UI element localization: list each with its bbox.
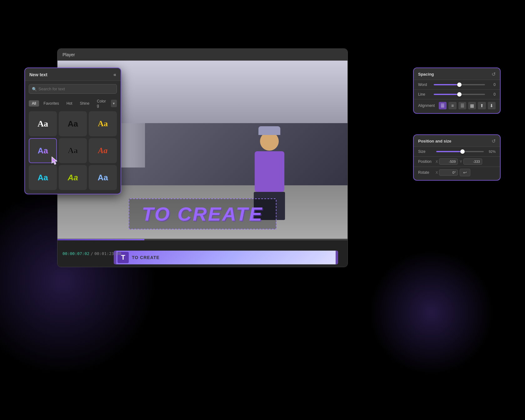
position-x-field: X <box>436 158 458 165</box>
rotate-arrow-icon: ↩ <box>463 170 467 175</box>
rotate-x-label: X <box>436 171 438 174</box>
line-spacing-row: Line 0 <box>414 90 500 99</box>
pos-x-label: X <box>436 160 438 163</box>
align-left-button[interactable]: ☰ <box>439 102 447 109</box>
line-label: Line <box>418 92 431 97</box>
timeline-bar <box>58 239 348 240</box>
size-row: Size 92% <box>414 147 500 156</box>
rotate-row: Rotate X ↩ <box>414 167 500 180</box>
search-bar: 🔍 <box>29 84 117 94</box>
text-style-label-2: Aa <box>68 119 78 129</box>
timeline-area: 00:00:07:02 / 00:01:23:00 T TO CREATE <box>58 239 348 267</box>
spacing-header: Spacing ↺ <box>414 68 500 80</box>
spacing-panel: Spacing ↺ Word 0 Line 0 Alignment ☰ ≡ ☰ … <box>413 68 501 114</box>
timecode-total: 00:01:23:00 <box>94 251 121 256</box>
position-xy-row: Position X Y <box>414 157 500 167</box>
position-size-panel: Position and size ↺ Size 92% Position X … <box>413 134 501 181</box>
text-style-label-5: Aa <box>68 146 78 155</box>
text-style-6[interactable]: Aa <box>89 138 117 163</box>
text-style-label-4: Aa <box>38 146 48 156</box>
text-style-label-7: Aa <box>38 173 48 182</box>
collapse-button[interactable]: « <box>113 72 116 78</box>
text-style-9[interactable]: Aa <box>89 165 117 190</box>
word-spacing-slider[interactable] <box>434 84 485 85</box>
position-y-field: Y <box>460 158 482 165</box>
text-style-label-8: Aa <box>68 173 78 182</box>
rotate-button[interactable]: ↩ <box>460 169 470 176</box>
new-text-title: New text <box>29 72 48 77</box>
spacing-reset-button[interactable]: ↺ <box>492 71 496 77</box>
text-style-3[interactable]: Aa <box>89 111 117 136</box>
clip-drag-right[interactable] <box>336 251 338 264</box>
text-style-label-1: Aa <box>38 119 48 129</box>
text-style-8[interactable]: Aa <box>59 165 87 190</box>
alignment-label: Alignment <box>418 103 437 108</box>
align-bottom-button[interactable]: ⬇ <box>488 102 496 109</box>
word-spacing-row: Word 0 <box>414 80 500 89</box>
text-style-label-9: Aa <box>98 173 108 182</box>
alignment-row: Alignment ☰ ≡ ☰ ▦ ⬆ ⬇ <box>414 99 500 113</box>
pos-y-label: Y <box>460 160 462 163</box>
position-label: Position <box>418 159 434 164</box>
rotate-label: Rotate <box>418 170 434 175</box>
word-value: 0 <box>488 82 496 87</box>
filter-tabs: All Favorites Hot Shine Color g ▾ <box>25 97 121 111</box>
align-center-button[interactable]: ≡ <box>448 102 456 109</box>
align-right-button[interactable]: ☰ <box>458 102 466 109</box>
timeline-clip[interactable]: T TO CREATE <box>114 251 338 264</box>
svg-marker-0 <box>52 157 57 164</box>
filter-favorites[interactable]: Favorites <box>40 100 62 107</box>
text-style-label-3: Aa <box>98 119 108 128</box>
filter-all[interactable]: All <box>29 100 39 107</box>
pos-header: Position and size ↺ <box>414 135 500 147</box>
filter-shine[interactable]: Shine <box>77 100 92 107</box>
line-value: 0 <box>488 92 496 97</box>
search-icon: 🔍 <box>32 87 37 91</box>
new-text-panel: New text « 🔍 All Favorites Hot Shine Col… <box>24 68 121 194</box>
timeline-progress <box>58 239 144 240</box>
to-create-video-overlay: TO CREATE <box>129 198 277 229</box>
filter-color[interactable]: Color g <box>94 98 109 109</box>
filter-hot[interactable]: Hot <box>63 100 76 107</box>
align-top-button[interactable]: ⬆ <box>478 102 486 109</box>
size-slider[interactable] <box>436 151 484 152</box>
new-text-panel-header: New text « <box>25 68 121 81</box>
text-style-label-6: Aa <box>98 146 108 155</box>
cursor-arrow <box>51 156 59 165</box>
align-justify-button[interactable]: ▦ <box>468 102 476 109</box>
search-input[interactable] <box>29 84 117 94</box>
filter-dropdown[interactable]: ▾ <box>111 100 117 107</box>
pos-x-input[interactable] <box>439 158 458 165</box>
text-style-1[interactable]: Aa <box>29 111 57 136</box>
text-style-2[interactable]: Aa <box>59 111 87 136</box>
text-style-5[interactable]: Aa <box>59 138 87 163</box>
pos-title: Position and size <box>418 139 451 143</box>
spacing-title: Spacing <box>418 72 434 77</box>
to-create-video-text: TO CREATE <box>142 203 263 225</box>
word-label: Word <box>418 82 431 87</box>
line-spacing-slider[interactable] <box>434 94 485 95</box>
text-styles-grid: Aa Aa Aa Aa Aa Aa Aa Aa Aa <box>25 111 121 194</box>
rotate-x-input[interactable] <box>439 169 458 176</box>
size-value: 92% <box>486 150 496 153</box>
timecode-current: 00:00:07:02 <box>62 251 89 256</box>
pos-y-input[interactable] <box>463 158 482 165</box>
player-title: Player <box>62 52 75 57</box>
player-header: Player <box>58 49 348 61</box>
size-label: Size <box>418 149 434 154</box>
text-style-7[interactable]: Aa <box>29 165 57 190</box>
pos-reset-button[interactable]: ↺ <box>492 138 496 144</box>
timecode-separator: / <box>91 251 93 256</box>
rotate-x-field: X <box>436 169 458 176</box>
clip-label: TO CREATE <box>132 255 160 260</box>
